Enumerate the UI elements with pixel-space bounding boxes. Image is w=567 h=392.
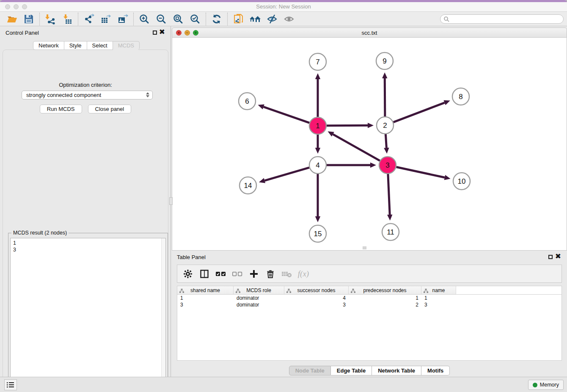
window-title: Session: New Session [0,3,567,10]
node-label-11: 11 [387,228,394,236]
network-graph[interactable]: 7968124314101511 [172,38,567,251]
edge-arrowhead [368,123,374,128]
network-canvas[interactable]: 7968124314101511 [172,38,567,251]
import-table-icon[interactable] [59,13,76,25]
canvas-scrollbar-nub[interactable] [363,246,366,249]
table-cell[interactable]: 1 [421,295,456,301]
optimization-dropdown[interactable]: strongly connected component [22,91,153,99]
show-panel-icon[interactable] [281,13,297,25]
save-session-icon[interactable] [20,13,37,25]
chevron-updown-icon [146,92,149,97]
column-header-MCDS-role[interactable]: MCDS role [234,286,284,295]
import-network-icon[interactable] [42,13,59,25]
tab-network[interactable]: Network [33,41,64,50]
table-cell[interactable]: 3 [421,301,456,308]
mcds-result-list: 13 [11,238,165,254]
delete-icon[interactable] [264,268,277,280]
edge-2-8[interactable] [394,103,445,122]
home-layout-icon[interactable] [247,13,264,25]
edge-4-14[interactable] [264,168,309,181]
node-label-1: 1 [316,122,319,130]
edge-3-10[interactable] [396,167,445,177]
toolbar-separator [206,13,206,25]
task-history-button[interactable] [4,379,17,390]
open-session-icon[interactable] [3,13,20,25]
tab-network-table[interactable]: Network Table [372,366,421,375]
node-table[interactable]: shared nameMCDS rolesuccessor nodesprede… [177,286,562,361]
table-cell[interactable]: 1 [177,295,234,301]
table-cell[interactable]: 3 [284,301,349,308]
gear-icon[interactable] [182,268,194,280]
close-panel-button[interactable]: Close panel [88,105,132,113]
edge-3-11[interactable] [388,174,390,215]
control-panel-title: Control Panel [6,30,39,36]
zoom-selected-icon[interactable] [187,13,204,25]
mcds-result-area[interactable]: 13 [10,238,166,390]
network-window-titlebar[interactable]: × − + scc.txt [172,28,567,38]
panel-splitter-handle[interactable] [169,197,173,205]
edge-arrowhead [382,72,387,78]
add-column-icon[interactable] [248,268,260,280]
run-mcds-button[interactable]: Run MCDS [40,105,82,113]
node-label-6: 6 [245,97,249,105]
export-network-icon[interactable] [80,13,97,25]
function-builder-icon[interactable]: f(x) [297,268,310,280]
edge-2-3[interactable] [385,134,386,148]
edge-arrowhead [443,100,450,105]
columns-icon[interactable] [198,268,211,280]
edge-3-1[interactable] [333,134,380,161]
edge-1-6[interactable] [264,107,309,123]
table-cell[interactable]: 1 [349,295,421,301]
result-scrollbar[interactable] [161,238,165,390]
network-window: × − + scc.txt 7968124314101511 [172,28,567,251]
table-cell[interactable]: 4 [284,295,349,301]
memory-button[interactable]: Memory [528,380,564,390]
table-cell[interactable]: dominator [234,295,284,301]
table-cell[interactable]: dominator [234,301,284,308]
table-cell[interactable]: 2 [349,301,421,308]
tab-motifs[interactable]: Motifs [421,366,450,375]
delete-table-icon[interactable] [281,268,293,280]
export-image-icon[interactable] [114,13,131,25]
table-row[interactable]: 1dominator411 [177,295,561,301]
tab-node-table[interactable]: Node Table [289,366,331,375]
node-label-10: 10 [458,177,466,185]
select-all-icon[interactable] [215,268,227,280]
export-table-icon[interactable] [97,13,114,25]
status-bar: Memory [0,377,567,392]
edge-1-2[interactable] [327,125,368,126]
tab-mcds[interactable]: MCDS [113,41,140,50]
tab-select[interactable]: Select [87,41,113,50]
new-network-icon[interactable] [230,13,247,25]
edge-2-9[interactable] [385,78,385,116]
table-cell[interactable]: 3 [177,301,234,308]
column-header-shared-name[interactable]: shared name [177,286,234,295]
search-input[interactable] [440,14,564,24]
network-window-title: scc.txt [172,30,567,36]
edge-arrowhead [387,215,392,221]
close-table-panel-icon[interactable]: ✖ [555,253,561,260]
zoom-fit-icon[interactable] [170,13,187,25]
close-panel-icon[interactable]: ✖ [159,28,165,36]
hide-panel-icon[interactable] [264,13,281,25]
node-label-9: 9 [383,57,386,65]
edge-arrowhead [315,216,320,222]
table-panel-header: Table Panel ✖ [172,254,567,262]
float-panel-icon[interactable] [153,30,157,35]
refresh-icon[interactable] [208,13,225,25]
column-header-name[interactable]: name [421,286,456,295]
zoom-in-icon[interactable] [136,13,153,25]
float-table-panel-icon[interactable] [548,255,553,259]
table-panel-title: Table Panel [177,254,206,260]
memory-status-icon [533,383,537,387]
tab-edge-table[interactable]: Edge Table [331,366,372,375]
node-label-7: 7 [316,58,319,66]
main-toolbar [0,12,567,26]
deselect-all-icon[interactable] [231,268,244,280]
tab-style[interactable]: Style [64,41,87,50]
toolbar-separator [133,13,134,25]
column-header-predecessor-nodes[interactable]: predecessor nodes [349,286,421,295]
column-header-successor-nodes[interactable]: successor nodes [284,286,349,295]
zoom-out-icon[interactable] [153,13,170,25]
table-row[interactable]: 3dominator323 [177,301,561,308]
